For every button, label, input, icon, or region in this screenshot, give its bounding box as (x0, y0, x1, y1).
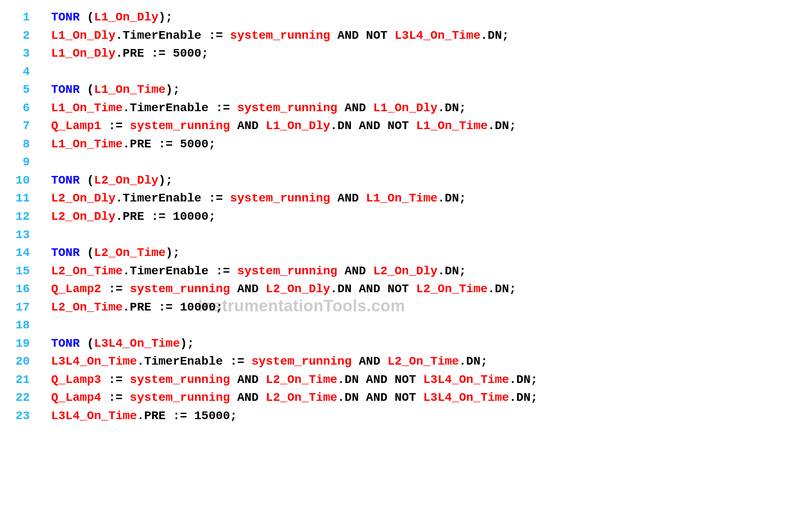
line-content: TONR (L2_On_Time); (51, 244, 180, 262)
line-content: L3L4_On_Time.PRE := 15000; (51, 407, 237, 426)
code-token: AND (230, 119, 266, 132)
code-editor: InstrumentationTools.com 1TONR (L1_On_Dl… (4, 9, 784, 426)
code-token: L1_On_Time (51, 138, 123, 151)
code-line: 17L2_On_Time.PRE := 10000; (4, 299, 784, 317)
code-token: .TimerEnable := (115, 192, 230, 205)
line-content: TONR (L3L4_On_Time); (51, 335, 194, 353)
code-token: L1_On_Dly (266, 119, 330, 132)
line-content: Q_Lamp1 := system_running AND L1_On_Dly.… (51, 117, 516, 135)
code-line: 21Q_Lamp3 := system_running AND L2_On_Ti… (4, 371, 784, 389)
line-number: 5 (4, 81, 30, 99)
code-line: 4 (4, 63, 784, 81)
code-token: system_running (237, 265, 337, 278)
line-content: Q_Lamp2 := system_running AND L2_On_Dly.… (51, 280, 516, 299)
code-token: L2_On_Time (266, 373, 337, 386)
code-token: AND (230, 373, 266, 386)
code-token: L1_On_Time (51, 101, 123, 115)
code-token: system_running (237, 101, 337, 115)
line-number: 13 (4, 226, 30, 244)
line-content: L1_On_Time.TimerEnable := system_running… (51, 99, 466, 118)
code-line: 15L2_On_Time.TimerEnable := system_runni… (4, 262, 784, 281)
code-token: AND (230, 282, 266, 296)
code-token: L3L4_On_Time (51, 409, 137, 423)
code-line: 19TONR (L3L4_On_Time); (4, 335, 784, 353)
line-number: 14 (4, 244, 30, 262)
line-number: 9 (4, 153, 30, 172)
code-token: Q_Lamp3 (51, 373, 101, 386)
code-token: := (101, 119, 130, 132)
code-token: L1_On_Time (366, 192, 437, 205)
code-token: ( (80, 246, 94, 259)
code-token: AND (337, 265, 373, 278)
code-token: .PRE := 5000; (115, 47, 208, 60)
code-token: ); (158, 11, 173, 24)
line-content: L1_On_Dly.TimerEnable := system_running … (51, 27, 509, 45)
line-content: TONR (L2_On_Dly); (51, 172, 173, 190)
code-token: := (101, 391, 130, 404)
code-token: L2_On_Dly (373, 265, 437, 278)
code-token: Q_Lamp2 (51, 282, 101, 296)
code-token: .PRE := 10000; (123, 301, 223, 314)
code-token: ); (180, 337, 194, 350)
code-token: .DN; (509, 373, 537, 386)
code-line: 2L1_On_Dly.TimerEnable := system_running… (4, 27, 784, 45)
code-token: .DN; (437, 101, 466, 115)
code-token: TONR (51, 246, 80, 259)
code-token: L2_On_Dly (266, 282, 330, 296)
line-number: 2 (4, 27, 30, 45)
code-line: 20L3L4_On_Time.TimerEnable := system_run… (4, 353, 784, 371)
code-line: 14TONR (L2_On_Time); (4, 244, 784, 262)
code-token: .DN; (509, 391, 537, 404)
code-token: ); (166, 83, 180, 96)
line-number: 3 (4, 45, 30, 63)
code-token: ); (166, 246, 180, 259)
code-token: L3L4_On_Time (51, 355, 137, 368)
code-token: L1_On_Time (94, 83, 166, 96)
line-number: 17 (4, 299, 30, 317)
code-token: L1_On_Time (416, 119, 488, 132)
code-token: ( (80, 174, 94, 187)
code-token: L1_On_Dly (51, 47, 115, 60)
line-content: Q_Lamp3 := system_running AND L2_On_Time… (51, 371, 538, 389)
line-number: 18 (4, 316, 30, 335)
code-token: L2_On_Time (266, 391, 337, 404)
code-token: system_running (230, 29, 330, 42)
code-token: AND (337, 101, 373, 115)
code-token: .TimerEnable := (115, 29, 230, 42)
code-token: := (101, 282, 130, 296)
code-token: Q_Lamp1 (51, 119, 101, 132)
line-number: 15 (4, 262, 30, 281)
code-lines-container: 1TONR (L1_On_Dly);2L1_On_Dly.TimerEnable… (4, 9, 784, 426)
code-token: L2_On_Time (416, 282, 488, 296)
line-content: L2_On_Dly.TimerEnable := system_running … (51, 190, 466, 208)
code-line: 5TONR (L1_On_Time); (4, 81, 784, 99)
code-token: .PRE := 15000; (137, 409, 237, 423)
code-token: .TimerEnable := (137, 355, 252, 368)
line-content: L1_On_Dly.PRE := 5000; (51, 45, 209, 63)
code-token: system_running (251, 355, 351, 368)
code-token: .PRE := 5000; (123, 138, 215, 151)
line-number: 7 (4, 117, 30, 135)
code-line: 3L1_On_Dly.PRE := 5000; (4, 45, 784, 63)
code-token: L2_On_Time (94, 246, 166, 259)
line-number: 19 (4, 335, 30, 353)
line-number: 8 (4, 135, 30, 154)
code-line: 1TONR (L1_On_Dly); (4, 9, 784, 27)
code-line: 9 (4, 153, 784, 172)
code-token: ( (80, 337, 94, 350)
code-line: 12L2_On_Dly.PRE := 10000; (4, 208, 784, 226)
code-token: .PRE := 10000; (115, 210, 215, 223)
line-number: 22 (4, 389, 30, 407)
code-line: 22Q_Lamp4 := system_running AND L2_On_Ti… (4, 389, 784, 407)
line-content: TONR (L1_On_Time); (51, 81, 180, 99)
code-token: L2_On_Time (51, 301, 123, 314)
code-line: 8L1_On_Time.PRE := 5000; (4, 135, 784, 154)
code-token: .TimerEnable := (123, 101, 237, 115)
code-token: AND NOT (330, 29, 394, 42)
code-token: L3L4_On_Time (423, 373, 509, 386)
code-token: .DN AND NOT (337, 391, 423, 404)
line-content: Q_Lamp4 := system_running AND L2_On_Time… (51, 389, 538, 407)
code-token: := (101, 373, 130, 386)
code-token: L2_On_Time (51, 265, 123, 278)
code-token: TONR (51, 174, 80, 187)
